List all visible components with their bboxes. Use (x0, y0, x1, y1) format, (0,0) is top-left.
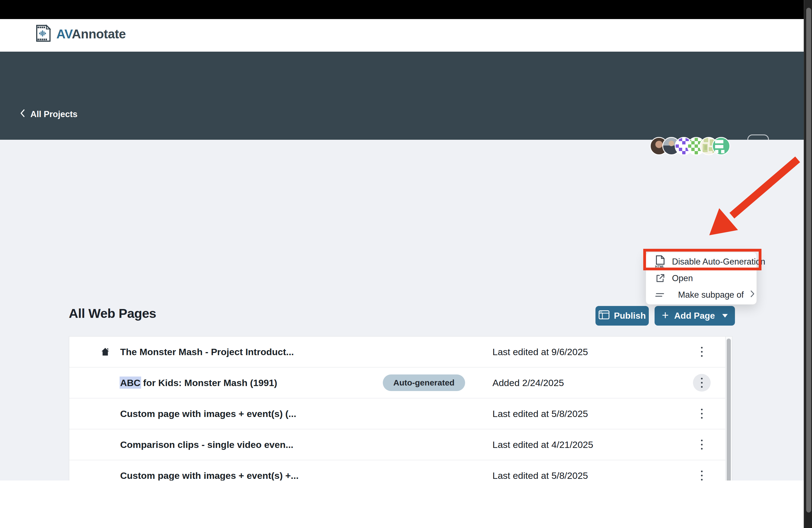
page-name[interactable]: Custom page with images + event(s) (... (120, 408, 296, 419)
plus-icon: + (662, 310, 669, 321)
row-context-menu: HTML Disable Auto-Generation Open Make s… (646, 252, 757, 305)
publish-label: Publish (614, 311, 646, 321)
row-menu-button[interactable] (693, 436, 711, 453)
add-page-label: Add Page (674, 311, 715, 321)
film-document-icon (35, 25, 52, 43)
home-icon (100, 347, 110, 357)
breadcrumb-label: All Projects (30, 109, 77, 119)
site-builder-panel: All Web Pages Publish + Add Page The Mon… (0, 140, 804, 481)
publish-button[interactable]: Publish (595, 306, 649, 326)
row-menu-button[interactable] (693, 405, 711, 423)
row-menu-button[interactable] (693, 374, 711, 392)
avatar[interactable] (712, 137, 730, 155)
menu-item-make-subpage-of[interactable]: Make subpage of (646, 287, 756, 303)
chevron-left-icon (19, 109, 25, 120)
row-menu-button[interactable] (693, 343, 711, 361)
external-link-icon (654, 273, 666, 284)
page-name[interactable]: Comparison clips - single video even... (120, 439, 293, 450)
html-file-icon: HTML (654, 255, 666, 268)
browser-scrollbar[interactable] (804, 0, 812, 528)
page-name[interactable]: ABC for Kids: Monster Mash (1991) (120, 378, 277, 388)
system-top-bar (0, 0, 812, 19)
logo-wordmark: AVAnnotate (56, 27, 126, 41)
table-row[interactable]: ABC for Kids: Monster Mash (1991) Auto-g… (69, 368, 732, 398)
row-date: Last edited at 5/8/2025 (492, 470, 588, 481)
avannotate-logo[interactable]: AVAnnotate (35, 25, 126, 43)
kebab-icon (701, 471, 702, 481)
menu-item-disable-auto-generation[interactable]: HTML Disable Auto-Generation (646, 253, 756, 270)
svg-text:HTML: HTML (655, 265, 665, 268)
row-date: Added 2/24/2025 (492, 378, 564, 388)
auto-generated-badge: Auto-generated (383, 375, 465, 391)
add-page-button[interactable]: + Add Page (655, 306, 735, 326)
menu-item-open[interactable]: Open (646, 270, 756, 287)
section-heading: All Web Pages (69, 306, 156, 321)
page-name[interactable]: Custom page with images + event(s) +... (120, 470, 299, 481)
footer-bar: Save (0, 481, 804, 528)
member-avatars[interactable] (650, 137, 730, 155)
row-date: Last edited at 4/21/2025 (492, 439, 593, 450)
project-header: All Projects The Monster Mash - Document… (0, 52, 804, 140)
table-row[interactable]: The Monster Mash - Project Introduct... … (69, 337, 732, 368)
kebab-icon (701, 440, 702, 450)
chevron-right-icon (749, 290, 755, 300)
chevron-down-icon[interactable] (722, 314, 728, 318)
indent-icon (654, 291, 666, 299)
kebab-icon (701, 378, 702, 388)
window-icon (598, 310, 610, 322)
table-row[interactable]: Custom page with images + event(s) (... … (69, 398, 732, 429)
selection-highlight: ABC (120, 377, 141, 389)
page-name[interactable]: The Monster Mash - Project Introduct... (120, 347, 294, 357)
browser-scrollbar-thumb[interactable] (806, 8, 811, 513)
breadcrumb-all-projects[interactable]: All Projects (19, 109, 77, 120)
app-bar: AVAnnotate (0, 19, 804, 52)
table-row[interactable]: Comparison clips - single video even... … (69, 429, 732, 460)
kebab-icon (701, 409, 702, 419)
kebab-icon (701, 347, 702, 357)
row-date: Last edited at 5/8/2025 (492, 408, 588, 419)
row-date: Last edited at 9/6/2025 (492, 347, 588, 357)
